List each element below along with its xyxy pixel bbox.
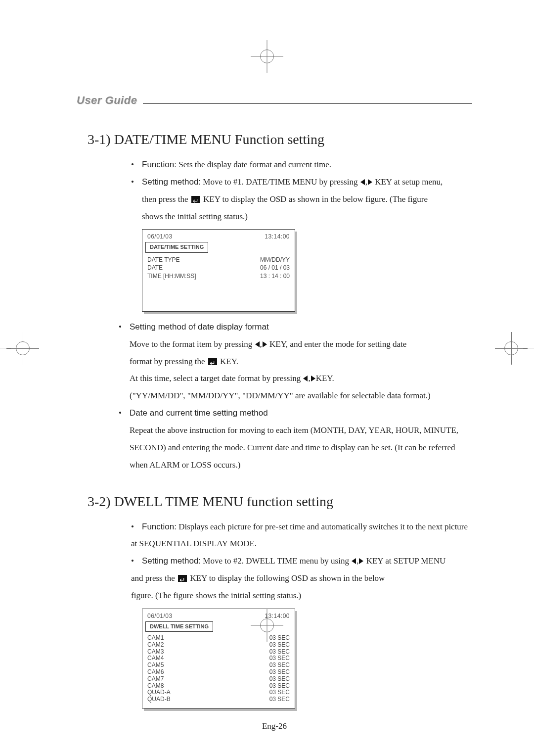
section-1-list-2: Setting method of date display format Mo…: [119, 319, 472, 474]
continuation-line: at SEQUENTIAL DISPLAY MODE.: [131, 535, 472, 553]
bullet-label: Setting method:: [142, 556, 201, 566]
osd-value: 13 : 14 : 00: [260, 272, 290, 281]
register-mark-left: [16, 341, 30, 355]
osd-key: QUAD-A: [147, 689, 171, 696]
osd-row: DATE TYPEMM/DD/YY: [147, 256, 290, 264]
osd-date: 06/01/03: [147, 612, 173, 620]
osd-key: DATE: [147, 264, 163, 272]
continuation-line: At this time, select a target date forma…: [130, 370, 472, 387]
bullet-setting-method: Setting method: Move to #2. DWELL TIME m…: [131, 553, 472, 605]
bullet-label: Setting method:: [142, 177, 201, 187]
osd-row: CAM803 SEC: [147, 683, 290, 690]
bullet-setting-method: Setting method: Move to #1. DATE/TIME ME…: [131, 174, 472, 226]
osd-value: 03 SEC: [269, 635, 290, 642]
text: KEY.: [218, 357, 238, 366]
osd-row: CAM703 SEC: [147, 676, 290, 683]
osd-datetime-box: 06/01/03 13:14:00 DATE/TIME SETTING DATE…: [142, 229, 295, 312]
arrow-left-icon: [255, 341, 260, 347]
enter-key-icon: [191, 196, 200, 203]
continuation-line: SECOND) and entering the mode. Current d…: [130, 439, 472, 457]
osd-value: 03 SEC: [269, 649, 290, 656]
text: KEY to display the OSD as shown in the b…: [201, 194, 428, 204]
osd-key: QUAD-B: [147, 696, 171, 703]
osd-row: DATE06 / 01 / 03: [147, 264, 290, 272]
osd-value: 03 SEC: [269, 642, 290, 649]
continuation-line: Repeat the above instruction for moving …: [130, 422, 472, 439]
osd-row: CAM203 SEC: [147, 642, 290, 649]
bullet-date-format-method: Setting method of date display format Mo…: [119, 319, 472, 405]
text: KEY at SETUP MENU: [364, 556, 445, 566]
osd-key: CAM6: [147, 669, 164, 676]
osd-title: DWELL TIME SETTING: [145, 621, 213, 632]
osd-spacer: [147, 281, 290, 306]
osd-rows: CAM103 SEC CAM203 SEC CAM303 SEC CAM403 …: [147, 635, 290, 703]
osd-statusbar: 06/01/03 13:14:00: [147, 612, 290, 620]
text: KEY, and enter the mode for setting date: [267, 339, 407, 349]
osd-row: QUAD-B03 SEC: [147, 696, 290, 703]
osd-value: MM/DD/YY: [260, 256, 290, 264]
arrow-right-icon: [311, 376, 315, 381]
osd-value: 03 SEC: [269, 683, 290, 690]
section-1-title: 3-1) DATE/TIME MENU Function setting: [88, 132, 472, 147]
page-content: User Guide 3-1) DATE/TIME MENU Function …: [77, 94, 472, 731]
osd-title: DATE/TIME SETTING: [145, 242, 208, 252]
osd-value: 03 SEC: [269, 676, 290, 683]
text: KEY to display the following OSD as show…: [188, 573, 385, 583]
text: At this time, select a target date forma…: [130, 374, 303, 383]
osd-value: 06 / 01 / 03: [260, 264, 290, 272]
register-mark-right: [504, 341, 518, 355]
osd-row: CAM303 SEC: [147, 649, 290, 656]
continuation-line: Move to the format item by pressing , KE…: [130, 336, 472, 353]
brand-title: User Guide: [77, 94, 137, 107]
text: KEY.: [316, 374, 334, 383]
page-number: Eng-26: [77, 721, 472, 731]
enter-key-icon: [208, 358, 217, 365]
osd-date: 06/01/03: [147, 233, 173, 241]
page-header: User Guide: [77, 94, 472, 107]
osd-key: CAM1: [147, 635, 164, 642]
osd-value: 03 SEC: [269, 655, 290, 662]
osd-time: 13:14:00: [265, 233, 290, 241]
section-2-title: 3-2) DWELL TIME MENU function setting: [88, 494, 472, 510]
arrow-right-icon: [263, 341, 267, 347]
osd-row: TIME [HH:MM:SS]13 : 14 : 00: [147, 272, 290, 281]
bullet-text: KEY at setup menu,: [375, 177, 443, 187]
section-2-list: Function: Displays each picture for pre-…: [131, 519, 472, 605]
bullet-label: Setting method of date display format: [130, 322, 269, 331]
arrow-left-icon: [352, 558, 356, 564]
continuation-line: figure. (The figure shows the initial se…: [131, 587, 472, 605]
osd-key: CAM3: [147, 649, 164, 656]
continuation-line: then press the KEY to display the OSD as…: [142, 191, 472, 208]
arrow-left-icon: [303, 376, 308, 381]
continuation-line: shows the initial setting status.): [142, 208, 472, 226]
arrow-right-icon: [359, 558, 363, 564]
text: then press the: [142, 194, 190, 204]
osd-value: 03 SEC: [269, 662, 290, 669]
osd-key: TIME [HH:MM:SS]: [147, 272, 196, 281]
osd-dwelltime-box: 06/01/03 13:14:00 DWELL TIME SETTING CAM…: [142, 609, 295, 709]
osd-row: CAM103 SEC: [147, 635, 290, 642]
osd-value: 03 SEC: [269, 689, 290, 696]
bullet-label: Date and current time setting method: [130, 408, 268, 418]
text: Move to the format item by pressing: [130, 339, 255, 349]
header-rule: [143, 103, 472, 104]
bullet-function: Function: Sets the display date format a…: [131, 156, 472, 174]
continuation-line: format by pressing the KEY.: [130, 353, 472, 371]
text: Displays each picture for pre-set time a…: [177, 522, 468, 531]
text: and press the: [131, 573, 177, 583]
enter-key-icon: [178, 575, 187, 582]
osd-key: CAM5: [147, 662, 164, 669]
register-circle-icon: [260, 49, 274, 63]
bullet-label: Function:: [142, 160, 177, 169]
osd-value: 03 SEC: [269, 669, 290, 676]
osd-key: CAM7: [147, 676, 164, 683]
osd-key: CAM8: [147, 683, 164, 690]
text: format by pressing the: [130, 357, 207, 366]
continuation-line: when ALARM or LOSS occurs.): [130, 457, 472, 474]
text: Move to #2. DWELL TIME menu by using: [201, 556, 351, 566]
section-1-list: Function: Sets the display date format a…: [131, 156, 472, 225]
osd-row: QUAD-A03 SEC: [147, 689, 290, 696]
osd-key: CAM2: [147, 642, 164, 649]
continuation-line: ("YY/MM/DD", "MM/DD/YY", "DD/MM/YY" are …: [130, 387, 472, 405]
osd-row: CAM403 SEC: [147, 655, 290, 662]
